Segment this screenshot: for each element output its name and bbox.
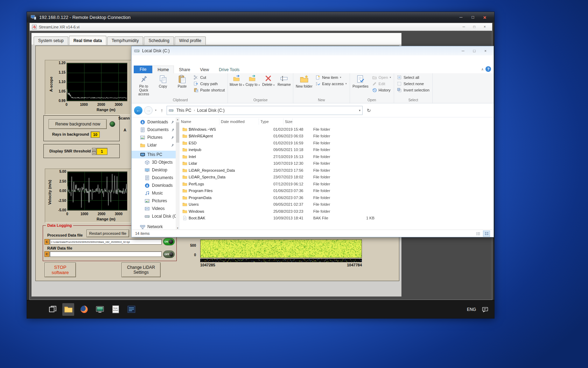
app-close-button[interactable]: × <box>479 24 490 30</box>
rays-in-background-field[interactable]: 10 <box>91 131 100 138</box>
processed-logging-toggle[interactable]: ON <box>163 238 175 245</box>
stop-software-button[interactable]: STOP software <box>44 263 76 277</box>
ribbon-tab[interactable]: View <box>195 66 214 73</box>
column-header[interactable]: Date modified <box>219 118 259 125</box>
change-lidar-settings-button[interactable]: Change LiDAR Settings <box>121 263 161 277</box>
app-maximize-button[interactable]: □ <box>469 24 479 30</box>
ribbon-button-small[interactable]: Select none <box>395 81 431 86</box>
sidebar-item[interactable]: Downloads <box>132 118 180 126</box>
details-view-button[interactable] <box>475 231 482 237</box>
ribbon-button-small[interactable]: Invert selection <box>395 88 431 93</box>
app-tab[interactable]: Wind profile <box>175 36 206 45</box>
ribbon-tab[interactable]: File <box>134 66 152 73</box>
column-header[interactable]: Type <box>259 118 284 125</box>
scroll-up-icon[interactable]: ▲ <box>177 117 179 122</box>
file-row[interactable]: ProgramData 01/06/2023 07:36 File folder <box>180 194 493 201</box>
sidebar-item[interactable]: Pictures <box>132 134 180 141</box>
sidebar-item[interactable]: Local Disk (C:) <box>132 212 180 220</box>
app-tab[interactable]: Real time data <box>69 36 106 45</box>
sidebar-item[interactable]: Lidar <box>132 141 180 149</box>
ribbon-button-small[interactable]: History ▾ <box>370 88 393 93</box>
history-dropdown-icon[interactable]: ▾ <box>154 109 157 112</box>
ribbon-button-small[interactable]: Copy path ▾ <box>192 81 226 86</box>
file-row[interactable]: Lidar 10/07/2019 12:30 File folder <box>180 160 493 167</box>
explorer-close-button[interactable]: × <box>480 47 491 54</box>
file-row[interactable]: Boot.BAK 10/09/2013 18:41 BAK File 1 KB <box>180 215 493 222</box>
breadcrumb-item[interactable]: Local Disk (C:) › <box>196 108 226 113</box>
stepper-down-icon[interactable]: ▼ <box>92 151 96 155</box>
snr-threshold-field[interactable]: 1 <box>96 148 107 155</box>
taskbar-icon[interactable] <box>62 303 74 316</box>
taskbar-icon[interactable]: Scan sched <box>110 303 121 316</box>
scrollbar-thumb[interactable] <box>176 122 179 143</box>
explorer-minimize-button[interactable]: ─ <box>457 47 469 54</box>
sidebar-item[interactable]: Downloads <box>132 182 180 189</box>
file-row[interactable]: Intel 27/10/2019 15:13 File folder <box>180 153 493 160</box>
restart-processed-file-button[interactable]: Restart processed file <box>86 230 129 237</box>
file-row[interactable]: inetpub 09/05/2021 10:18 File folder <box>180 146 493 154</box>
column-header[interactable]: Name <box>180 118 219 125</box>
app-tab[interactable]: Temp/humidity <box>107 36 143 45</box>
snr-threshold-stepper[interactable]: ▲ ▼ <box>92 148 96 155</box>
file-row[interactable]: ESD 01/02/2019 16:59 File folder <box>180 139 493 146</box>
taskbar-icon[interactable] <box>47 303 58 316</box>
ribbon-button[interactable]: Properties <box>351 73 370 98</box>
ribbon-button[interactable]: Pin to Quick access <box>134 73 153 98</box>
rdp-minimize-button[interactable]: ─ <box>455 13 467 21</box>
ribbon-button-small[interactable]: Easy access ▾ <box>314 81 348 86</box>
ribbon-button[interactable]: New folder <box>294 73 314 98</box>
up-button[interactable]: ↑ <box>159 108 165 113</box>
sidebar-scrollbar[interactable]: ▲ ▼ <box>176 117 180 230</box>
file-row[interactable]: Windows 25/08/2023 03:23 File folder <box>180 208 493 215</box>
forward-button[interactable]: → <box>144 106 153 115</box>
notification-icon[interactable] <box>482 306 489 313</box>
taskbar-icon[interactable] <box>78 303 90 316</box>
sidebar-item[interactable]: Videos <box>132 205 180 212</box>
ribbon-button-small[interactable]: Select all <box>395 75 431 80</box>
sidebar-item[interactable]: Music <box>132 189 180 197</box>
app-tab[interactable]: System setup <box>34 36 68 45</box>
ribbon-tab[interactable]: Home <box>152 66 174 73</box>
streamline-titlebar[interactable]: StreamLine XR v14-6.vi ─ □ × <box>30 23 492 31</box>
ribbon-button-small[interactable]: Cut ▾ <box>192 75 226 80</box>
ribbon-button[interactable]: Rename ▾ <box>276 73 292 98</box>
ribbon-collapse-icon[interactable]: ∧ <box>481 67 484 71</box>
sidebar-item[interactable]: 3D Objects <box>132 158 180 166</box>
stepper-up-icon[interactable]: ▲ <box>92 148 96 151</box>
icons-view-button[interactable] <box>483 231 490 237</box>
ribbon-button[interactable]: Copy <box>153 73 173 98</box>
sidebar-item[interactable]: Pictures <box>132 197 180 205</box>
rdp-titlebar[interactable]: 192.168.0.122 - Remote Desktop Connectio… <box>27 12 494 22</box>
language-indicator[interactable]: ENG <box>467 307 476 312</box>
ribbon-button-small[interactable]: Open ▾ <box>370 75 393 80</box>
ribbon-button[interactable]: Delete ▾ <box>260 73 276 98</box>
renew-background-button[interactable]: Renew background now <box>49 119 107 129</box>
sidebar-item[interactable]: Documents <box>132 174 180 182</box>
ribbon-button-small[interactable]: New item ▾ <box>314 75 348 80</box>
taskbar-icon[interactable] <box>125 303 137 316</box>
processed-data-file-path[interactable]: C:\Lidar\Data\Proc\2023\202309\20230910\… <box>50 239 162 245</box>
column-header[interactable]: Size <box>284 118 293 125</box>
back-button[interactable]: ← <box>134 106 142 115</box>
ribbon-button[interactable]: Move to ▾ <box>229 73 245 98</box>
address-box[interactable]: This PC › Local Disk (C:) › ▾ <box>167 106 363 115</box>
ribbon-tab[interactable]: Share <box>174 66 195 73</box>
file-row[interactable]: PerfLogs 07/12/2019 06:12 File folder <box>180 180 493 188</box>
breadcrumb-item[interactable]: This PC › <box>175 108 196 113</box>
app-tab[interactable]: Scheduling <box>144 36 174 45</box>
file-row[interactable]: Program Files 01/06/2023 07:36 File fold… <box>180 188 493 195</box>
sidebar-item[interactable]: Documents <box>132 126 180 134</box>
file-row[interactable]: LiDAR_Spectra_Data 23/07/2023 18:02 File… <box>180 174 493 181</box>
help-icon[interactable]: ? <box>485 66 491 72</box>
address-dropdown-icon[interactable]: ▾ <box>359 109 360 112</box>
rdp-close-button[interactable]: × <box>479 13 491 21</box>
raw-logging-toggle[interactable]: OFF <box>163 251 175 258</box>
ribbon-button[interactable]: Copy to ▾ <box>245 73 260 98</box>
file-row[interactable]: $WinREAgent 01/06/2023 06:03 File folder <box>180 133 493 140</box>
raw-data-file-path[interactable] <box>50 251 162 257</box>
rdp-maximize-button[interactable]: □ <box>467 13 479 21</box>
ribbon-button[interactable]: Paste <box>173 73 192 98</box>
taskbar-icon[interactable] <box>94 303 106 316</box>
app-minimize-button[interactable]: ─ <box>458 24 469 30</box>
refresh-icon[interactable]: ↻ <box>364 108 373 113</box>
